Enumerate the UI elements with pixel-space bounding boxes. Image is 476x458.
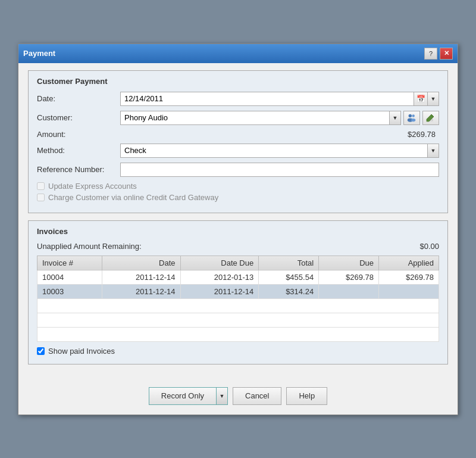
show-paid-label: Show paid Invoices — [48, 347, 115, 356]
calendar-icon[interactable]: 📅 — [414, 92, 428, 106]
unapplied-label: Unapplied Amount Remaining: — [37, 242, 142, 251]
reference-input[interactable] — [120, 163, 439, 177]
cancel-button[interactable]: Cancel — [233, 387, 281, 405]
invoice-total: $314.24 — [259, 284, 319, 298]
window-content: Customer Payment Date: 📅 ▼ Customer: — [18, 63, 458, 381]
invoice-date: 2011-12-14 — [102, 270, 180, 284]
amount-label: Amount: — [37, 130, 120, 139]
col-applied: Applied — [379, 256, 439, 270]
amount-row: Amount: $269.78 — [37, 130, 439, 139]
svg-point-3 — [411, 118, 415, 121]
svg-point-0 — [409, 114, 412, 117]
customer-payment-label: Customer Payment — [37, 77, 439, 86]
date-input[interactable] — [120, 92, 414, 106]
invoice-number: 10004 — [37, 270, 102, 284]
invoice-due: $269.78 — [319, 270, 379, 284]
customer-dropdown-arrow[interactable]: ▼ — [389, 111, 401, 125]
reference-label: Reference Number: — [37, 165, 120, 174]
amount-display: $269.78 — [120, 130, 439, 139]
add-customer-button[interactable] — [403, 111, 420, 125]
customer-dropdown[interactable] — [120, 111, 390, 125]
title-bar-buttons: ? ✕ — [424, 48, 453, 60]
method-row: Method: ▼ — [37, 144, 439, 158]
table-row[interactable]: 10004 2011-12-14 2012-01-13 $455.54 $269… — [37, 270, 439, 284]
invoice-date: 2011-12-14 — [102, 284, 180, 298]
col-invoice: Invoice # — [37, 256, 102, 270]
customer-payment-section: Customer Payment Date: 📅 ▼ Customer: — [28, 70, 448, 213]
footer: Record Only ▼ Cancel Help — [18, 381, 458, 415]
method-dropdown-wrapper: ▼ — [120, 144, 439, 158]
col-due: Due — [319, 256, 379, 270]
edit-customer-button[interactable] — [422, 111, 439, 125]
svg-point-1 — [412, 114, 415, 117]
method-label: Method: — [37, 146, 120, 155]
reference-input-area — [120, 163, 439, 177]
invoice-date-due: 2011-12-14 — [180, 284, 259, 298]
update-express-label: Update Express Accounts — [48, 182, 137, 191]
title-bar: Payment ? ✕ — [18, 44, 458, 63]
close-button[interactable]: ✕ — [440, 48, 453, 60]
table-row-empty — [37, 313, 439, 327]
edit-icon — [425, 113, 436, 123]
people-icon — [406, 113, 417, 123]
payment-window: Payment ? ✕ Customer Payment Date: 📅 ▼ — [18, 43, 458, 415]
show-paid-checkbox[interactable] — [37, 347, 45, 355]
invoices-section: Invoices Unapplied Amount Remaining: $0.… — [28, 220, 448, 364]
update-express-checkbox[interactable] — [37, 182, 45, 190]
show-paid-row: Show paid Invoices — [37, 347, 439, 356]
charge-gateway-label: Charge Customer via online Credit Card G… — [48, 193, 218, 202]
invoice-applied — [379, 284, 439, 298]
customer-row: Customer: ▼ — [37, 111, 439, 125]
amount-input-area: $269.78 — [120, 130, 439, 139]
table-row-empty — [37, 327, 439, 341]
invoice-total: $455.54 — [259, 270, 319, 284]
method-dropdown-arrow[interactable]: ▼ — [427, 144, 439, 158]
charge-gateway-row: Charge Customer via online Credit Card G… — [37, 193, 439, 202]
unapplied-value: $0.00 — [419, 242, 439, 251]
method-dropdown[interactable] — [120, 144, 428, 158]
invoice-date-due: 2012-01-13 — [180, 270, 259, 284]
invoice-due — [319, 284, 379, 298]
update-express-row: Update Express Accounts — [37, 182, 439, 191]
invoice-table: Invoice # Date Date Due Total Due Applie… — [37, 256, 439, 342]
table-row[interactable]: 10003 2011-12-14 2011-12-14 $314.24 — [37, 284, 439, 298]
help-title-button[interactable]: ? — [424, 48, 437, 60]
col-date: Date — [102, 256, 180, 270]
date-label: Date: — [37, 94, 120, 103]
date-dropdown-arrow[interactable]: ▼ — [427, 92, 439, 106]
record-only-wrapper: Record Only ▼ — [149, 387, 228, 405]
invoices-label: Invoices — [37, 227, 439, 236]
window-title: Payment — [23, 49, 55, 58]
col-total: Total — [259, 256, 319, 270]
record-only-button[interactable]: Record Only — [149, 387, 216, 405]
customer-label: Customer: — [37, 113, 120, 122]
date-input-wrapper: 📅 ▼ — [120, 92, 439, 106]
date-row: Date: 📅 ▼ — [37, 92, 439, 106]
reference-row: Reference Number: — [37, 163, 439, 177]
invoice-applied: $269.78 — [379, 270, 439, 284]
date-input-area: 📅 ▼ — [120, 92, 439, 106]
method-input-area: ▼ — [120, 144, 439, 158]
customer-input-area: ▼ — [120, 111, 439, 125]
record-only-dropdown-arrow[interactable]: ▼ — [216, 387, 228, 405]
table-row-empty — [37, 298, 439, 313]
unapplied-row: Unapplied Amount Remaining: $0.00 — [37, 242, 439, 251]
help-button[interactable]: Help — [286, 387, 327, 405]
customer-dropdown-wrapper: ▼ — [120, 111, 401, 125]
charge-gateway-checkbox[interactable] — [37, 194, 45, 201]
invoice-number: 10003 — [37, 284, 102, 298]
col-date-due: Date Due — [180, 256, 259, 270]
